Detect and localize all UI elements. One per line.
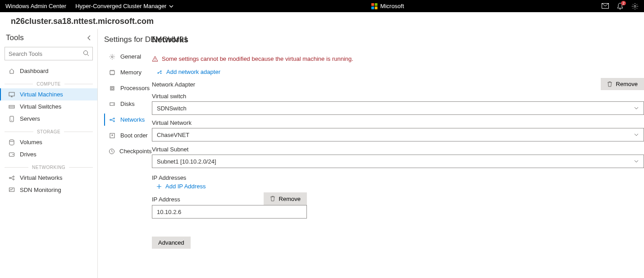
- sidebar-item-virtual-networks[interactable]: Virtual Networks: [5, 172, 93, 184]
- vsubnet-label: Virtual Subnet: [152, 146, 644, 153]
- settings-panel: Networks Some settings cannot be modifie…: [152, 29, 644, 278]
- svg-rect-19: [110, 71, 114, 74]
- svg-point-23: [113, 104, 114, 105]
- search-tools-input[interactable]: [5, 47, 93, 60]
- svg-rect-1: [375, 3, 377, 6]
- server-icon: [8, 116, 15, 122]
- remove-ip-button[interactable]: Remove: [264, 192, 307, 205]
- sidebar-item-virtual-switches[interactable]: Virtual Switches: [5, 100, 93, 113]
- drives-icon: [8, 151, 15, 158]
- svg-rect-9: [10, 116, 14, 122]
- svg-point-10: [11, 120, 12, 121]
- remove-adapter-button[interactable]: Remove: [601, 78, 644, 90]
- notifications-icon[interactable]: 2: [617, 3, 623, 10]
- svg-rect-7: [9, 92, 14, 96]
- chevron-down-icon: [634, 105, 639, 111]
- warning-message: Some settings cannot be modified because…: [152, 55, 644, 62]
- settings-item-memory[interactable]: Memory: [104, 66, 152, 78]
- settings-item-checkpoints[interactable]: Checkpoints: [104, 145, 152, 157]
- sidebar-item-volumes[interactable]: Volumes: [5, 136, 93, 148]
- sidebar-item-servers[interactable]: Servers: [5, 113, 93, 125]
- vm-icon: [8, 91, 15, 98]
- settings-gear-icon[interactable]: [631, 3, 639, 10]
- section-compute: COMPUTE: [5, 82, 93, 87]
- context-label: Hyper-Converged Cluster Manager: [75, 3, 166, 9]
- volumes-icon: [8, 139, 15, 146]
- vswitch-label: Virtual switch: [152, 93, 644, 100]
- sidebar-item-drives[interactable]: Drives: [5, 148, 93, 160]
- notification-badge: 2: [621, 1, 626, 5]
- svg-point-16: [13, 178, 14, 180]
- settings-item-processors[interactable]: Processors: [104, 82, 152, 94]
- virtual-subnet-select[interactable]: Subnet1 [10.10.2.0/24]: [152, 155, 644, 168]
- sidebar-item-label: Drives: [20, 151, 37, 158]
- sidebar-item-label: Virtual Networks: [20, 174, 62, 181]
- add-network-adapter-button[interactable]: Add network adapter: [156, 68, 220, 75]
- svg-rect-3: [375, 6, 377, 9]
- add-ip-address-button[interactable]: Add IP Address: [156, 183, 206, 190]
- disk-icon: [109, 101, 116, 107]
- switch-icon: [8, 104, 15, 110]
- select-value: Subnet1 [10.10.2.0/24]: [157, 158, 216, 165]
- sidebar-item-label: SDN Monitoring: [20, 187, 61, 193]
- trash-icon: [270, 196, 275, 202]
- svg-point-18: [111, 56, 113, 58]
- ms-brand: Microsoft: [174, 3, 602, 9]
- sidebar-item-label: Virtual Switches: [20, 103, 61, 110]
- svg-point-5: [634, 5, 636, 7]
- select-value: SDNSwitch: [157, 105, 187, 112]
- monitor-icon: [8, 187, 15, 193]
- tools-title: Tools: [6, 33, 24, 42]
- chevron-down-icon: [634, 159, 639, 164]
- select-value: ChaseVNET: [157, 132, 189, 138]
- virtual-switch-select[interactable]: SDNSwitch: [152, 101, 644, 115]
- sidebar-item-virtual-machines[interactable]: Virtual Machines: [0, 88, 97, 100]
- network-icon: [109, 117, 116, 123]
- collapse-sidebar-icon[interactable]: [87, 35, 91, 41]
- advanced-button[interactable]: Advanced: [152, 237, 191, 249]
- settings-item-label: Checkpoints: [119, 148, 152, 155]
- settings-item-disks[interactable]: Disks: [104, 98, 152, 110]
- svg-point-25: [114, 118, 115, 119]
- ip-address-input[interactable]: 10.10.2.6: [152, 205, 307, 219]
- ip-addresses-heading: IP Addresses: [152, 174, 644, 181]
- adapter-add-icon: [156, 69, 163, 75]
- cluster-name: n26cluster.sa18.nttest.microsoft.com: [0, 12, 644, 29]
- svg-rect-21: [111, 87, 113, 89]
- sidebar-item-dashboard[interactable]: Dashboard: [5, 65, 93, 77]
- svg-point-11: [9, 140, 14, 141]
- sidebar-item-sdn-monitoring[interactable]: SDN Monitoring: [5, 184, 93, 196]
- cpu-icon: [109, 85, 116, 91]
- microsoft-logo-icon: [371, 3, 378, 9]
- svg-point-13: [13, 154, 14, 155]
- settings-title: Settings for DEMOVM01: [104, 35, 152, 44]
- warning-icon: [152, 56, 158, 62]
- feedback-icon[interactable]: [602, 3, 609, 9]
- checkpoint-icon: [109, 148, 115, 155]
- settings-item-networks[interactable]: Networks: [104, 114, 152, 126]
- sidebar-item-label: Dashboard: [20, 68, 49, 74]
- settings-item-boot-order[interactable]: Boot order: [104, 129, 152, 141]
- svg-point-29: [155, 60, 155, 60]
- settings-item-label: Processors: [120, 85, 150, 91]
- settings-item-general[interactable]: General: [104, 50, 152, 63]
- top-bar: Windows Admin Center Hyper-Converged Clu…: [0, 0, 644, 12]
- add-ip-label: Add IP Address: [165, 183, 206, 190]
- tools-sidebar: Tools Dashboard COMPUTE Virtual Machines…: [0, 29, 98, 278]
- chevron-down-icon: [634, 132, 639, 137]
- advanced-label: Advanced: [158, 239, 184, 246]
- add-adapter-label: Add network adapter: [166, 68, 220, 75]
- chevron-down-icon: [169, 4, 174, 9]
- microsoft-label: Microsoft: [380, 3, 404, 9]
- brand-label: Windows Admin Center: [5, 3, 66, 9]
- remove-label: Remove: [616, 81, 638, 87]
- settings-item-label: General: [120, 53, 141, 60]
- virtual-network-select[interactable]: ChaseVNET: [152, 128, 644, 141]
- context-dropdown[interactable]: Hyper-Converged Cluster Manager: [75, 3, 174, 9]
- remove-ip-label: Remove: [279, 196, 301, 202]
- panel-heading: Networks: [152, 35, 644, 45]
- boot-icon: [109, 132, 116, 139]
- settings-nav: Settings for DEMOVM01 General Memory Pro…: [98, 29, 152, 278]
- svg-point-15: [13, 176, 14, 177]
- svg-point-31: [160, 70, 161, 71]
